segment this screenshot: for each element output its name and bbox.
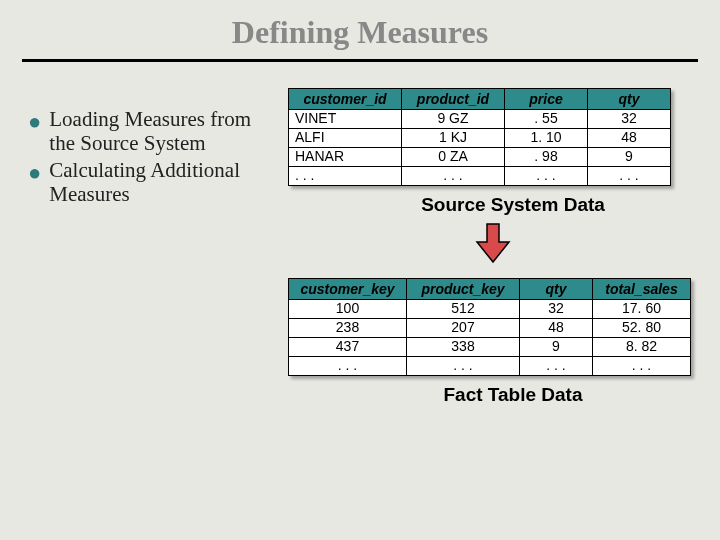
content-area: ● Loading Measures from the Source Syste… xyxy=(0,62,720,406)
table-row: 238 207 48 52. 80 xyxy=(289,319,691,338)
table-header-row: customer_key product_key qty total_sales xyxy=(289,279,691,300)
col-header: price xyxy=(505,89,588,110)
tables-area: customer_id product_id price qty VINET 9… xyxy=(278,88,698,406)
col-header: product_key xyxy=(407,279,520,300)
bullet-icon: ● xyxy=(28,108,41,133)
page-title: Defining Measures xyxy=(0,0,720,59)
col-header: qty xyxy=(588,89,671,110)
table-row: . . . . . . . . . . . . xyxy=(289,357,691,376)
col-header: qty xyxy=(520,279,593,300)
col-header: customer_id xyxy=(289,89,402,110)
bullet-icon: ● xyxy=(28,159,41,184)
table-row: VINET 9 GZ . 55 32 xyxy=(289,110,671,129)
table-row: HANAR 0 ZA . 98 9 xyxy=(289,148,671,167)
table-row: ALFI 1 KJ 1. 10 48 xyxy=(289,129,671,148)
list-item-label: Calculating Additional Measures xyxy=(49,159,278,206)
table-row: 437 338 9 8. 82 xyxy=(289,338,691,357)
table-caption: Source System Data xyxy=(288,194,698,216)
col-header: customer_key xyxy=(289,279,407,300)
slide: Defining Measures ● Loading Measures fro… xyxy=(0,0,720,540)
list-item-label: Loading Measures from the Source System xyxy=(49,108,278,155)
table-row: 100 512 32 17. 60 xyxy=(289,300,691,319)
fact-table: customer_key product_key qty total_sales… xyxy=(288,278,691,376)
col-header: product_id xyxy=(402,89,505,110)
down-arrow-icon xyxy=(288,222,698,268)
source-table: customer_id product_id price qty VINET 9… xyxy=(288,88,671,186)
table-row: . . . . . . . . . . . . xyxy=(289,167,671,186)
list-item: ● Loading Measures from the Source Syste… xyxy=(28,108,278,155)
table-header-row: customer_id product_id price qty xyxy=(289,89,671,110)
col-header: total_sales xyxy=(593,279,691,300)
table-caption: Fact Table Data xyxy=(288,384,698,406)
bullet-list: ● Loading Measures from the Source Syste… xyxy=(28,88,278,406)
svg-marker-0 xyxy=(477,224,509,262)
list-item: ● Calculating Additional Measures xyxy=(28,159,278,206)
